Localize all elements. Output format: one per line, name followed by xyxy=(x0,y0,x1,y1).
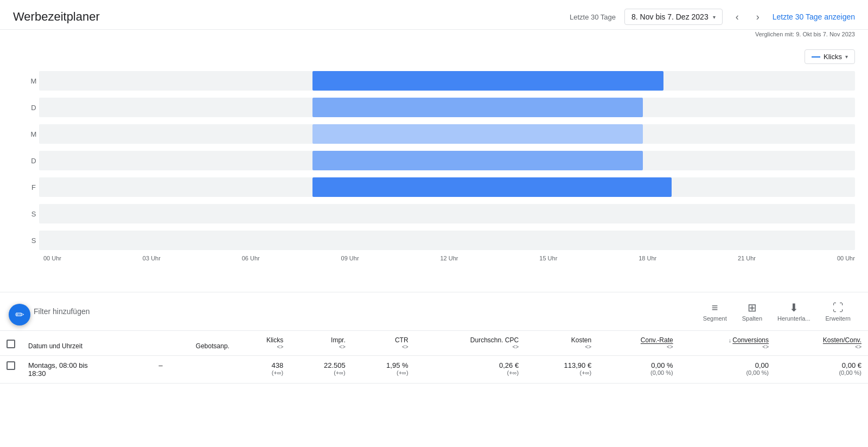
row-impr-sub: (+∞) xyxy=(296,369,346,376)
klicks-metric-badge[interactable]: Klicks ▾ xyxy=(805,49,855,64)
columns-icon: ⊞ xyxy=(748,301,757,314)
last-30-days-link[interactable]: Letzte 30 Tage anzeigen xyxy=(773,12,855,21)
gantt-track[interactable] xyxy=(39,204,855,224)
edit-icon: ✏ xyxy=(15,308,24,321)
table-header-row: Datum und Uhrzeit Gebotsanp. Klicks <> I… xyxy=(0,331,868,356)
expand-button[interactable]: ⛶ Erweitern xyxy=(821,299,855,324)
row-checkbox[interactable] xyxy=(7,361,15,370)
th-conv-rate[interactable]: Conv.-Rate <> xyxy=(598,331,680,356)
gantt-day-label: F xyxy=(28,183,39,191)
klicks-badge-label: Klicks xyxy=(824,53,842,61)
gantt-bar xyxy=(312,71,663,91)
th-datum[interactable]: Datum und Uhrzeit xyxy=(22,331,152,356)
filter-add-label[interactable]: Filter hinzufügen xyxy=(34,307,90,316)
row-kosten-cell: 113,90 € (+∞) xyxy=(525,356,598,384)
th-klicks-label: Klicks xyxy=(266,336,283,344)
time-label-1: 03 Uhr xyxy=(143,255,161,261)
time-label-4: 12 Uhr xyxy=(440,255,458,261)
row-conv-rate: 0,00 % xyxy=(651,361,673,369)
gantt-day-label: S xyxy=(28,210,39,218)
expand-icon: ⛶ xyxy=(833,302,844,314)
date-range-value: 8. Nov bis 7. Dez 2023 xyxy=(631,12,709,21)
row-cpc-cell: 0,26 € (+∞) xyxy=(415,356,526,384)
next-period-button[interactable]: › xyxy=(752,9,764,25)
page-header: Werbezeitplaner Letzte 30 Tage 8. Nov bi… xyxy=(0,0,868,30)
download-icon: ⬇ xyxy=(789,301,799,314)
th-kosten-conv-label: Kosten/Conv. xyxy=(823,336,861,344)
th-kosten[interactable]: Kosten <> xyxy=(525,331,598,356)
gantt-day-label: M xyxy=(28,77,39,85)
gantt-row-m-2: M xyxy=(28,122,855,146)
row-date: Montags, 08:00 bis18:30 xyxy=(28,361,88,378)
row-kosten-sub: (+∞) xyxy=(532,369,591,376)
th-ctr-arrows: <> xyxy=(359,344,409,350)
gantt-day-label: D xyxy=(28,104,39,112)
th-kosten-arrows: <> xyxy=(532,344,591,350)
time-label-5: 15 Uhr xyxy=(539,255,557,261)
th-kosten-conv[interactable]: Kosten/Conv. <> xyxy=(775,331,868,356)
row-kosten-conv-sub: (0,00 %) xyxy=(782,369,861,376)
row-klicks-cell: 438 (+∞) xyxy=(236,356,290,384)
th-conv-rate-arrows: <> xyxy=(604,344,673,350)
time-label-3: 09 Uhr xyxy=(341,255,359,261)
date-range-dropdown[interactable]: 8. Nov bis 7. Dez 2023 ▾ xyxy=(624,9,723,25)
klicks-line-icon xyxy=(812,56,820,58)
th-gebotsanp[interactable]: Gebotsanp. xyxy=(152,331,236,356)
gantt-track[interactable] xyxy=(39,177,855,197)
gantt-bar xyxy=(312,177,672,197)
time-label-6: 18 Uhr xyxy=(639,255,656,261)
columns-button[interactable]: ⊞ Spalten xyxy=(738,299,767,324)
row-bid-cell: – xyxy=(152,356,236,384)
row-bid: – xyxy=(158,361,162,369)
th-klicks[interactable]: Klicks <> xyxy=(236,331,290,356)
th-datum-label: Datum und Uhrzeit xyxy=(28,342,82,350)
gantt-track[interactable] xyxy=(39,98,855,117)
data-table: Datum und Uhrzeit Gebotsanp. Klicks <> I… xyxy=(0,331,868,384)
edit-fab[interactable]: ✏ xyxy=(9,304,30,325)
th-kosten-conv-arrows: <> xyxy=(782,344,861,350)
gantt-row-s-5: S xyxy=(28,201,855,226)
sort-down-icon: ↓ xyxy=(729,337,732,343)
chevron-down-icon: ▾ xyxy=(845,54,848,60)
gantt-chart: MDMDFSS 00 Uhr03 Uhr06 Uhr09 Uhr12 Uhr15… xyxy=(13,68,855,279)
row-conversions-cell: 0,00 (0,00 %) xyxy=(680,356,775,384)
row-kosten-conv: 0,00 € xyxy=(842,361,861,369)
select-all-checkbox[interactable] xyxy=(7,340,15,348)
chart-section: Klicks ▾ MDMDFSS 00 Uhr03 Uhr06 Uhr09 Uh… xyxy=(0,41,868,279)
gantt-bar xyxy=(312,124,643,144)
gantt-row-f-4: F xyxy=(28,175,855,200)
gantt-bar xyxy=(312,151,643,170)
date-range-label: Letzte 30 Tage xyxy=(570,13,616,21)
th-impr-label: Impr. xyxy=(331,336,346,344)
row-ctr-cell: 1,95 % (+∞) xyxy=(352,356,415,384)
row-conv-rate-cell: 0,00 % (0,00 %) xyxy=(598,356,680,384)
th-cpc-arrows: <> xyxy=(422,344,519,350)
time-axis: 00 Uhr03 Uhr06 Uhr09 Uhr12 Uhr15 Uhr18 U… xyxy=(28,255,855,261)
gantt-track[interactable] xyxy=(39,151,855,170)
th-impr[interactable]: Impr. <> xyxy=(290,331,352,356)
gantt-track[interactable] xyxy=(39,124,855,144)
time-label-2: 06 Uhr xyxy=(242,255,260,261)
row-ctr-sub: (+∞) xyxy=(359,369,409,376)
row-ctr: 1,95 % xyxy=(386,361,408,369)
segment-icon: ≡ xyxy=(712,302,718,314)
row-klicks: 438 xyxy=(272,361,284,369)
gantt-day-label: D xyxy=(28,157,39,165)
th-conversions[interactable]: ↓Conversions <> xyxy=(680,331,775,356)
download-button[interactable]: ⬇ Herunterla... xyxy=(773,299,815,324)
prev-period-button[interactable]: ‹ xyxy=(731,9,743,25)
th-conversions-arrows: <> xyxy=(686,344,769,350)
th-kosten-label: Kosten xyxy=(571,336,591,344)
gantt-row-d-1: D xyxy=(28,95,855,120)
th-ctr[interactable]: CTR <> xyxy=(352,331,415,356)
gantt-track[interactable] xyxy=(39,71,855,91)
th-ctr-label: CTR xyxy=(395,336,409,344)
page-title: Werbezeitplaner xyxy=(13,10,561,24)
row-kosten: 113,90 € xyxy=(564,361,592,369)
gantt-track[interactable] xyxy=(39,231,855,250)
segment-button[interactable]: ≡ Segment xyxy=(699,299,731,324)
segment-label: Segment xyxy=(703,315,727,322)
gantt-bar xyxy=(312,98,643,117)
time-label-8: 00 Uhr xyxy=(837,255,855,261)
th-cpc[interactable]: Durchschn. CPC <> xyxy=(415,331,526,356)
